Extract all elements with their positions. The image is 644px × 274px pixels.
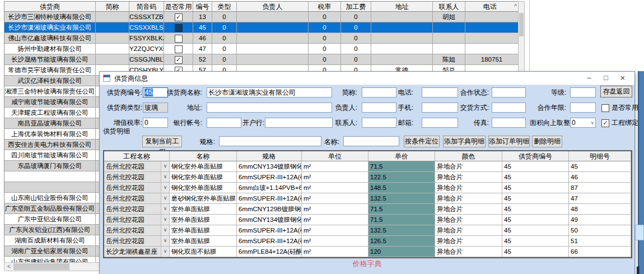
name-cell[interactable]: 室外单面贴膜 bbox=[170, 204, 237, 215]
detail-no-cell[interactable]: 48 bbox=[569, 204, 631, 215]
detail-no-cell[interactable]: 87 bbox=[569, 183, 631, 193]
detail-no-cell[interactable]: 50 bbox=[569, 225, 631, 236]
manager-cell[interactable] bbox=[237, 54, 309, 65]
column-header[interactable]: 是否常用 bbox=[164, 2, 193, 12]
detail-no-cell[interactable]: 47 bbox=[569, 193, 631, 204]
no-cell[interactable]: 13 bbox=[193, 12, 212, 22]
color-cell[interactable]: 异地合片 bbox=[435, 193, 502, 204]
detail-row[interactable]: ∨岳州北控花园钢化室外单面贴膜6mm白玻+1.14PVB+6mm...m²148… bbox=[104, 183, 631, 193]
supplier-no-cell[interactable]: 45 bbox=[502, 247, 569, 257]
type-cell[interactable]: 0 bbox=[212, 33, 237, 44]
spec-cell[interactable]: 6mmCNY129B镀膜钢化 bbox=[237, 204, 302, 215]
supplier-cell[interactable]: 四川南玻节能玻璃有限公司 bbox=[4, 150, 96, 161]
common-use-checkbox[interactable]: 是否常用 bbox=[601, 103, 638, 113]
column-header[interactable]: 电话^ bbox=[465, 2, 519, 12]
project-cell[interactable]: ∨岳州北控花园 bbox=[104, 236, 170, 247]
supplier-row[interactable]: 长沙市潇湘玻璃实业有限公司CSSXXBLSY..45000 bbox=[4, 22, 519, 33]
supplier-cell[interactable]: 湖南广亚全铝家居有限公司 bbox=[4, 246, 96, 257]
fee-cell[interactable]: 0 bbox=[341, 33, 371, 44]
price-cell[interactable]: 148.5 bbox=[368, 183, 435, 193]
code-cell[interactable]: FSSYXBLKJ.. bbox=[129, 33, 164, 44]
addr-cell[interactable] bbox=[371, 33, 433, 44]
checkbox-icon[interactable] bbox=[601, 104, 609, 112]
spec-filter-field[interactable] bbox=[219, 136, 321, 146]
delete-detail-button[interactable]: 删除明细 bbox=[532, 136, 562, 147]
project-binding-checkbox[interactable]: 工程绑定 bbox=[601, 118, 638, 128]
phone-cell[interactable] bbox=[465, 44, 519, 54]
addr-cell[interactable] bbox=[371, 54, 433, 65]
fee-cell[interactable]: 0 bbox=[341, 54, 371, 65]
chevron-down-icon[interactable]: ∨ bbox=[161, 161, 169, 171]
spec-cell[interactable]: 6mmPLE84+12A(硅酮胶... bbox=[237, 247, 302, 257]
detail-no-cell[interactable]: 66 bbox=[569, 247, 631, 257]
supplier-no-cell[interactable]: 45 bbox=[502, 225, 569, 236]
vat-field[interactable] bbox=[143, 118, 168, 128]
spec-cell[interactable]: 6mmSUPER-III+12A(硅... bbox=[237, 172, 302, 183]
chevron-down-icon[interactable]: ∨ bbox=[161, 183, 169, 193]
supplier-cell[interactable]: 湘潭三金特种玻璃有限责任公司 bbox=[4, 86, 96, 97]
name-cell[interactable]: 钢化室外单面贴膜 bbox=[170, 161, 237, 172]
addr-cell[interactable] bbox=[371, 12, 433, 22]
grade-field[interactable] bbox=[570, 87, 596, 97]
detail-column-header[interactable]: 名称 bbox=[170, 151, 237, 161]
price-cell[interactable]: 132.5 bbox=[368, 193, 435, 204]
project-cell[interactable]: ∨岳州北控花园 bbox=[104, 172, 170, 183]
no-cell[interactable]: 52 bbox=[193, 54, 212, 65]
supplier-cell[interactable]: 山东南山铝业股份有限公司 bbox=[4, 193, 96, 203]
price-cell[interactable]: 132.5 bbox=[368, 225, 435, 236]
type-cell[interactable]: 0 bbox=[212, 44, 237, 54]
maximize-button[interactable]: □ bbox=[598, 73, 614, 83]
supplier-no-cell[interactable]: 45 bbox=[502, 236, 569, 247]
supplier-cell[interactable] bbox=[4, 171, 96, 182]
area-round-dropdown[interactable]: ∨0 bbox=[570, 118, 596, 128]
delivery-method-field[interactable] bbox=[492, 103, 526, 113]
fee-cell[interactable]: 0 bbox=[341, 12, 371, 22]
contact-cell[interactable]: 陈姐 bbox=[433, 54, 465, 65]
spec-cell[interactable]: 6mmSUPER-III+12A(硅... bbox=[237, 236, 302, 247]
unit-cell[interactable]: m² bbox=[302, 247, 368, 257]
price-cell[interactable]: 71.5 bbox=[368, 204, 435, 215]
project-cell[interactable]: ∨岳州北控花园 bbox=[104, 225, 170, 236]
supplier-no-cell[interactable]: 45 bbox=[502, 204, 569, 215]
supplier-no-cell[interactable]: 45 bbox=[502, 161, 569, 172]
supplier-cell[interactable]: 天津耀皮工程玻璃有限公司 bbox=[4, 108, 96, 118]
common-checkbox-cell[interactable] bbox=[164, 54, 193, 65]
manager-cell[interactable] bbox=[237, 12, 309, 22]
chevron-down-icon[interactable]: ∨ bbox=[161, 204, 169, 214]
tax-cell[interactable]: 0 bbox=[309, 22, 341, 33]
hscrollbar-thumb[interactable] bbox=[13, 263, 69, 270]
supplier-type-field[interactable] bbox=[143, 103, 168, 113]
name-cell[interactable]: 室外单面贴膜 bbox=[170, 236, 237, 247]
minimize-button[interactable]: – bbox=[581, 73, 598, 83]
column-header[interactable]: 税率 bbox=[309, 2, 341, 12]
supplier-cell[interactable]: 武汉亿泽科技有限公司 bbox=[4, 76, 96, 86]
price-cell[interactable]: 71.5 bbox=[368, 215, 435, 225]
supplier-cell[interactable]: 湖南百成新材料有限公司 bbox=[4, 235, 96, 246]
unit-cell[interactable]: m² bbox=[302, 215, 368, 225]
supplier-cell[interactable]: 广东中亚铝业有限公司 bbox=[4, 214, 96, 225]
supplier-cell[interactable]: 南昌亚晶玻璃有限公司 bbox=[4, 118, 96, 129]
coop-status-field[interactable] bbox=[492, 87, 526, 97]
project-cell[interactable]: ∨岳州北控花园 bbox=[104, 183, 170, 193]
abbr-cell[interactable] bbox=[96, 44, 129, 54]
detail-row[interactable]: ∨岳州北控花园钢化室外单面贴膜6mmCNY134镀膜钢化m²71.5异地合片45… bbox=[104, 161, 631, 172]
supplier-cell[interactable]: 西安佳吉美电力科技有限公司 bbox=[4, 140, 96, 150]
supplier-row[interactable]: 长沙市三湘特种玻璃有限公司CSSSXTZBL..13000胡姐 bbox=[4, 12, 519, 22]
code-cell[interactable]: CSSGJNBLYXGS bbox=[129, 54, 164, 65]
address-field[interactable] bbox=[207, 103, 332, 113]
price-cell[interactable]: 122.5 bbox=[368, 172, 435, 183]
type-cell[interactable]: 0 bbox=[212, 22, 237, 33]
checkbox-icon[interactable] bbox=[175, 24, 183, 32]
chevron-down-icon[interactable]: ∨ bbox=[161, 193, 169, 203]
add-dictionary-detail-button[interactable]: 添加字典明细 bbox=[443, 136, 486, 147]
unit-cell[interactable]: m² bbox=[302, 236, 368, 247]
abbr-cell[interactable] bbox=[96, 22, 129, 33]
detail-column-header[interactable]: 颜色 bbox=[435, 151, 502, 161]
project-cell[interactable]: ∨长沙龙湖祺鑫星座 bbox=[104, 247, 170, 257]
no-cell[interactable]: 46 bbox=[193, 33, 212, 44]
supplier-cell[interactable]: 东晶玻璃厦门有限公司 bbox=[4, 161, 96, 171]
no-cell[interactable]: 45 bbox=[193, 22, 212, 33]
unit-cell[interactable]: m² bbox=[302, 161, 368, 172]
chevron-down-icon[interactable]: ∨ bbox=[161, 247, 169, 257]
column-header[interactable]: 联系人 bbox=[433, 2, 465, 12]
